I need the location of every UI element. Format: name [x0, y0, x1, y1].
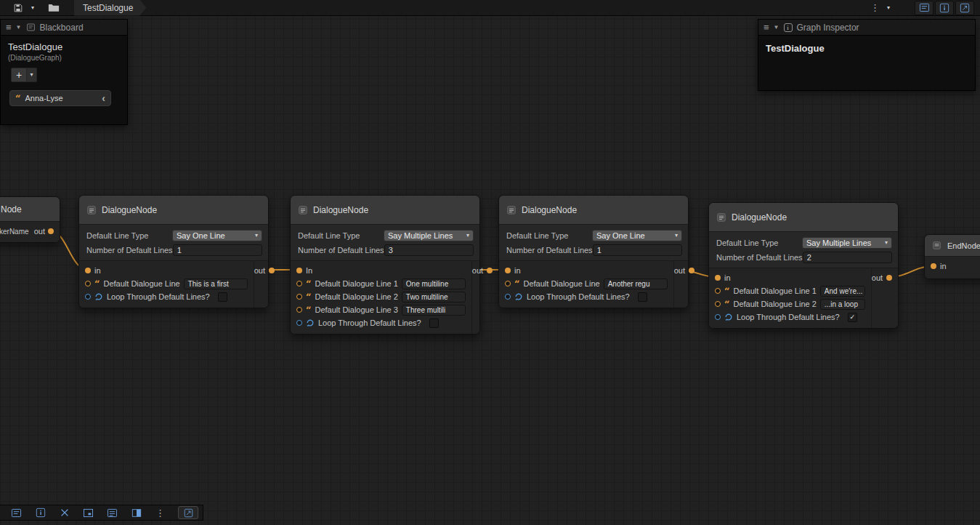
inspector-toggle-button[interactable] — [28, 505, 52, 521]
add-property-dropdown[interactable]: ▾ — [27, 68, 37, 82]
line-port[interactable] — [296, 281, 302, 286]
line-type-dropdown[interactable]: Say Multiple Lines ▾ — [384, 230, 474, 241]
loop-port[interactable] — [296, 320, 302, 326]
add-property-button[interactable]: + — [11, 68, 27, 82]
node-properties: Default Line Type Say One Line ▾ Number … — [499, 225, 688, 261]
save-button[interactable] — [10, 1, 26, 15]
dialogue-node-2[interactable]: DialogueNode Default Line Type Say Multi… — [290, 195, 480, 334]
loop-checkbox[interactable] — [218, 292, 227, 302]
board-button[interactable] — [100, 505, 124, 521]
node-header[interactable]: DialogueNode — [291, 196, 479, 225]
dialogue-line-field[interactable]: Two multiline — [402, 292, 466, 302]
line-count-field[interactable]: 1 — [593, 244, 682, 256]
node-title: DialogueNode — [732, 212, 787, 223]
chevron-down-icon: ▾ — [255, 233, 258, 239]
menu-icon[interactable]: ≡ — [6, 22, 12, 33]
overflow-menu-icon[interactable]: ⋮ — [148, 505, 172, 521]
dialogue-line-field[interactable]: Three multili — [402, 305, 466, 316]
blackboard-toggle-button[interactable] — [4, 505, 28, 521]
dialogue-node-1[interactable]: DialogueNode Default Line Type Say One L… — [78, 195, 269, 308]
dialogue-line-field[interactable]: This is a first — [184, 278, 248, 289]
out-port-row: out — [254, 264, 275, 277]
collapse-triangle-icon[interactable]: ▼ — [16, 24, 22, 31]
line-port[interactable] — [505, 281, 511, 286]
blackboard-property-row[interactable]: “ Anna-Lyse ‹ — [9, 90, 111, 106]
blackboard-toggle-button[interactable] — [915, 1, 934, 15]
loop-checkbox[interactable] — [638, 292, 647, 302]
dialogue-node-icon — [716, 212, 726, 223]
dialogue-line-row: “ Default Dialogue Line This is a first — [79, 277, 254, 290]
line-count-field[interactable]: 3 — [384, 244, 474, 256]
line-port[interactable] — [296, 307, 302, 313]
script-toggle-button[interactable] — [955, 1, 974, 15]
node-header[interactable]: DialogueNode — [499, 196, 688, 225]
in-port[interactable] — [715, 275, 721, 281]
dialogue-line-value: ...in a loop — [825, 300, 858, 308]
line-port[interactable] — [715, 288, 721, 294]
breadcrumb-tab[interactable]: TestDialogue — [74, 0, 146, 16]
line-type-label: Default Line Type — [296, 231, 384, 240]
overflow-dropdown[interactable]: ▾ — [884, 1, 893, 15]
dialogue-node-icon — [506, 205, 517, 215]
out-port[interactable] — [269, 268, 275, 273]
collapse-chevron-icon[interactable]: ‹ — [102, 93, 105, 103]
loop-port[interactable] — [85, 294, 91, 300]
dialogue-line-label: Default Dialogue Line 1 — [733, 286, 816, 295]
menu-icon[interactable]: ≡ — [764, 22, 769, 33]
dialogue-node-3[interactable]: DialogueNode Default Line Type Say One L… — [498, 195, 689, 308]
dialogue-node-4[interactable]: DialogueNode Default Line Type Say Multi… — [708, 202, 899, 329]
out-port[interactable] — [689, 268, 694, 273]
in-port[interactable] — [505, 268, 511, 273]
overflow-menu-icon[interactable]: ⋮ — [867, 2, 883, 13]
blackboard-panel[interactable]: ≡ ▼ Blackboard TestDialogue (DialogueGra… — [0, 19, 128, 125]
line-type-dropdown[interactable]: Say One Line ▾ — [592, 230, 682, 241]
dialogue-line-field[interactable]: And we're... — [820, 286, 865, 297]
out-port[interactable] — [886, 275, 892, 281]
line-count-field[interactable]: 1 — [173, 244, 262, 256]
tools-button[interactable] — [52, 505, 76, 521]
line-port[interactable] — [715, 301, 721, 307]
quote-icon: “ — [306, 307, 311, 313]
node-header[interactable]: EndNode — [925, 235, 980, 257]
out-port[interactable] — [487, 268, 493, 273]
in-port[interactable] — [296, 268, 302, 273]
end-node[interactable]: EndNode in — [924, 234, 980, 279]
in-port[interactable] — [85, 268, 91, 273]
loop-port[interactable] — [715, 314, 721, 320]
dialogue-line-label: Default Dialogue Line — [103, 279, 179, 288]
out-port[interactable] — [48, 228, 54, 234]
loop-checkbox[interactable] — [429, 318, 439, 328]
dialogue-line-field[interactable]: Another regu — [604, 278, 668, 289]
in-port[interactable] — [931, 263, 936, 269]
dialogue-line-field[interactable]: ...in a loop — [820, 299, 865, 310]
line-port[interactable] — [85, 281, 91, 286]
node-header[interactable]: Node — [0, 197, 60, 222]
line-port[interactable] — [296, 294, 302, 300]
line-count-label: Number of Default Lines — [85, 246, 173, 255]
save-dropdown[interactable]: ▾ — [28, 1, 37, 15]
graph-inspector-header[interactable]: ≡ ▼ i Graph Inspector — [758, 20, 975, 36]
dialogue-line-field[interactable]: One multiline — [402, 278, 466, 289]
line-type-dropdown[interactable]: Say One Line ▾ — [172, 230, 262, 241]
dialogue-node-icon — [298, 205, 308, 215]
node-header[interactable]: DialogueNode — [709, 203, 898, 232]
minimap-toggle-button[interactable] — [76, 505, 100, 521]
loop-row: Loop Through Default Lines? ✓ — [709, 310, 871, 324]
line-count-field[interactable]: 2 — [803, 252, 892, 263]
node-properties: Default Line Type Say Multiple Lines ▾ N… — [291, 225, 479, 261]
line-type-dropdown[interactable]: Say Multiple Lines ▾ — [802, 237, 892, 249]
speaker-node-partial[interactable]: Node kerName out — [0, 196, 60, 243]
property-name: Anna-Lyse — [25, 94, 97, 103]
inspector-toggle-button[interactable] — [935, 1, 954, 15]
node-header[interactable]: DialogueNode — [79, 196, 268, 225]
open-asset-button[interactable] — [45, 1, 62, 15]
collapse-triangle-icon[interactable]: ▼ — [774, 24, 779, 31]
line-count-value: 1 — [177, 246, 182, 255]
graph-inspector-panel[interactable]: ≡ ▼ i Graph Inspector TestDialogue — [758, 19, 976, 91]
loop-port[interactable] — [505, 294, 511, 300]
blackboard-header[interactable]: ≡ ▼ Blackboard — [1, 20, 127, 36]
dialogue-line-value: And we're... — [825, 287, 863, 295]
preview-toggle-button[interactable] — [124, 505, 148, 521]
loop-checkbox[interactable]: ✓ — [848, 313, 857, 322]
open-script-button[interactable] — [178, 506, 198, 519]
